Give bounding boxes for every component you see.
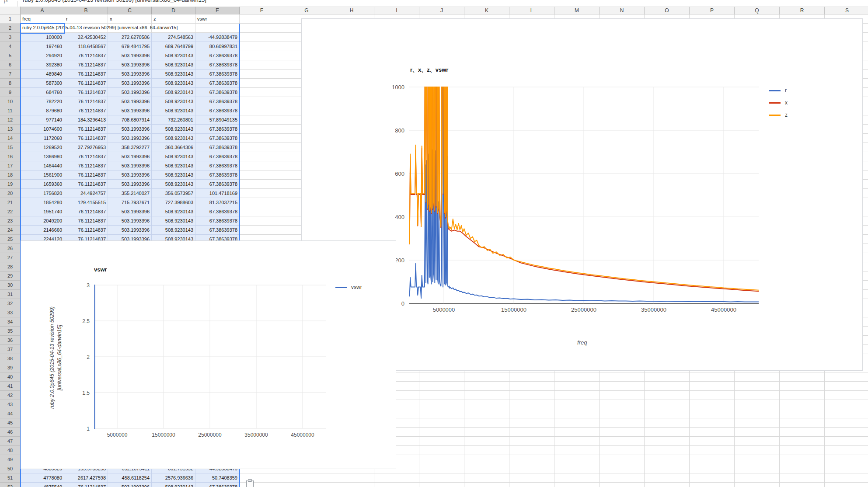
cell-J44[interactable] bbox=[419, 409, 464, 418]
cell-B11[interactable]: 76.11214837 bbox=[64, 106, 108, 115]
cell-C51[interactable]: 458.6118254 bbox=[108, 473, 152, 483]
cell-A7[interactable]: 489840 bbox=[21, 70, 64, 79]
cell-P49[interactable] bbox=[690, 455, 735, 464]
cell-S47[interactable] bbox=[825, 437, 868, 446]
row-header-10[interactable]: 10 bbox=[0, 97, 21, 106]
cell-D15[interactable]: 360.3664306 bbox=[152, 143, 195, 152]
cell-R43[interactable] bbox=[780, 400, 825, 409]
cell-F21[interactable] bbox=[240, 198, 284, 207]
cell-C5[interactable]: 503.1993396 bbox=[108, 51, 152, 60]
row-header-7[interactable]: 7 bbox=[0, 70, 21, 79]
cell-C10[interactable]: 503.1993396 bbox=[108, 97, 152, 106]
cell-D13[interactable]: 508.9230143 bbox=[152, 125, 195, 134]
column-header-h[interactable]: H bbox=[329, 7, 374, 14]
cell-F1[interactable] bbox=[240, 14, 284, 24]
cell-A10[interactable]: 782220 bbox=[21, 97, 64, 106]
cell-C9[interactable]: 503.1993396 bbox=[108, 88, 152, 97]
cell-C6[interactable]: 503.1993396 bbox=[108, 60, 152, 70]
cell-B1[interactable]: r bbox=[64, 14, 108, 24]
cell-M45[interactable] bbox=[554, 418, 600, 428]
row-header-47[interactable]: 47 bbox=[0, 437, 21, 446]
row-header-1[interactable]: 1 bbox=[0, 14, 21, 24]
row-header-32[interactable]: 32 bbox=[0, 299, 21, 308]
cell-A19[interactable]: 1659360 bbox=[21, 180, 64, 189]
legend-item-r[interactable]: r bbox=[769, 84, 788, 97]
row-header-5[interactable]: 5 bbox=[0, 51, 21, 60]
cell-J46[interactable] bbox=[419, 428, 464, 437]
cell-K41[interactable] bbox=[464, 382, 509, 391]
cell-E8[interactable]: 67.38639378 bbox=[195, 79, 240, 88]
cell-L44[interactable] bbox=[509, 409, 554, 418]
cell-B5[interactable]: 76.11214837 bbox=[64, 51, 108, 60]
cell-L43[interactable] bbox=[509, 400, 554, 409]
cell-B9[interactable]: 76.11214837 bbox=[64, 88, 108, 97]
cell-Q47[interactable] bbox=[735, 437, 780, 446]
row-header-23[interactable]: 23 bbox=[0, 216, 21, 226]
formula-input-value[interactable]: ruby 2.0.0p645 (2015-04-13 revision 5029… bbox=[23, 0, 206, 3]
cell-M40[interactable] bbox=[554, 372, 600, 382]
cell-F6[interactable] bbox=[240, 60, 284, 70]
cell-C7[interactable]: 503.1993396 bbox=[108, 70, 152, 79]
cell-B7[interactable]: 76.11214837 bbox=[64, 70, 108, 79]
cell-Q48[interactable] bbox=[735, 446, 780, 455]
cell-M51[interactable] bbox=[554, 473, 600, 483]
cell-O43[interactable] bbox=[645, 400, 690, 409]
column-header-r[interactable]: R bbox=[780, 7, 825, 14]
row-header-36[interactable]: 36 bbox=[0, 336, 21, 345]
column-header-s[interactable]: S bbox=[825, 7, 868, 14]
cell-D52[interactable]: 508.9230143 bbox=[152, 483, 195, 487]
cell-K45[interactable] bbox=[464, 418, 509, 428]
cell-F22[interactable] bbox=[240, 207, 284, 216]
cell-C4[interactable]: 679.4841795 bbox=[108, 42, 152, 51]
cell-H52[interactable] bbox=[329, 483, 374, 487]
cell-R48[interactable] bbox=[780, 446, 825, 455]
cell-C52[interactable]: 503.1993396 bbox=[108, 483, 152, 487]
cell-J49[interactable] bbox=[419, 455, 464, 464]
cell-B10[interactable]: 76.11214837 bbox=[64, 97, 108, 106]
cell-L49[interactable] bbox=[509, 455, 554, 464]
row-header-18[interactable]: 18 bbox=[0, 170, 21, 180]
cell-N48[interactable] bbox=[600, 446, 645, 455]
cell-O46[interactable] bbox=[645, 428, 690, 437]
row-header-15[interactable]: 15 bbox=[0, 143, 21, 152]
cell-R40[interactable] bbox=[780, 372, 825, 382]
cell-Q51[interactable] bbox=[735, 473, 780, 483]
cell-B4[interactable]: 118.6458567 bbox=[64, 42, 108, 51]
cell-F10[interactable] bbox=[240, 97, 284, 106]
cell-E51[interactable]: 50.7408359 bbox=[195, 473, 240, 483]
cell-A52[interactable]: 4875540 bbox=[21, 483, 64, 487]
cell-E52[interactable]: 67.38639378 bbox=[195, 483, 240, 487]
cell-F14[interactable] bbox=[240, 134, 284, 143]
cell-B17[interactable]: 76.11214837 bbox=[64, 161, 108, 170]
cell-J41[interactable] bbox=[419, 382, 464, 391]
cell-F7[interactable] bbox=[240, 70, 284, 79]
cell-E13[interactable]: 67.38639378 bbox=[195, 125, 240, 134]
cell-M46[interactable] bbox=[554, 428, 600, 437]
cell-O48[interactable] bbox=[645, 446, 690, 455]
row-header-48[interactable]: 48 bbox=[0, 446, 21, 455]
cell-L48[interactable] bbox=[509, 446, 554, 455]
column-header-i[interactable]: I bbox=[374, 7, 419, 14]
column-header-e[interactable]: E bbox=[195, 7, 240, 14]
cell-D17[interactable]: 508.9230143 bbox=[152, 161, 195, 170]
cell-K43[interactable] bbox=[464, 400, 509, 409]
cell-B15[interactable]: 37.79276953 bbox=[64, 143, 108, 152]
cell-J52[interactable] bbox=[419, 483, 464, 487]
cell-N46[interactable] bbox=[600, 428, 645, 437]
cell-I52[interactable] bbox=[374, 483, 419, 487]
cell-D16[interactable]: 508.9230143 bbox=[152, 152, 195, 161]
cell-P50[interactable] bbox=[690, 464, 735, 473]
cell-R51[interactable] bbox=[780, 473, 825, 483]
cell-D21[interactable]: 727.3988603 bbox=[152, 198, 195, 207]
cell-P42[interactable] bbox=[690, 391, 735, 400]
cell-D18[interactable]: 508.9230143 bbox=[152, 170, 195, 180]
cell-K49[interactable] bbox=[464, 455, 509, 464]
cell-C3[interactable]: 272.6270586 bbox=[108, 33, 152, 42]
cell-A3[interactable]: 100000 bbox=[21, 33, 64, 42]
row-header-49[interactable]: 49 bbox=[0, 455, 21, 464]
cell-C21[interactable]: 715.7937671 bbox=[108, 198, 152, 207]
cell-Q44[interactable] bbox=[735, 409, 780, 418]
cell-C15[interactable]: 358.3792277 bbox=[108, 143, 152, 152]
row-header-28[interactable]: 28 bbox=[0, 262, 21, 271]
cell-K51[interactable] bbox=[464, 473, 509, 483]
